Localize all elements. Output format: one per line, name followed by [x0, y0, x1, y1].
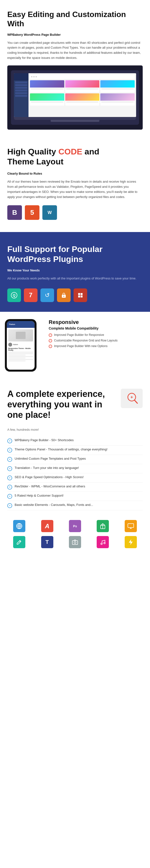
feature-item-7: 5 Rated Help & Customer Support! — [7, 492, 143, 501]
section-complete-text: A complete experience, everything you wa… — [7, 389, 118, 423]
quform-icon: Q — [7, 288, 21, 302]
feature-item-text: Theme Options Panel - Thousands of setti… — [14, 447, 108, 451]
screen-card — [65, 93, 99, 105]
feature-item-icon — [7, 438, 12, 443]
support-body: All our products work perfectly with all… — [7, 276, 143, 281]
responsive-heading: Responsive — [49, 319, 145, 326]
phone-header: Thalun — [7, 321, 35, 328]
font-icon: A — [41, 520, 53, 532]
feature-item-icon — [7, 503, 12, 508]
edit-icon — [13, 536, 25, 548]
responsive-subheading: Complete Mobile Compatibility — [49, 327, 145, 330]
phone-content: Admin Responsive Theme - Mobile Ready — [7, 328, 35, 363]
code-heading-part1: High Quality — [7, 147, 58, 156]
type-icon: T — [41, 536, 53, 548]
grid-icon — [73, 288, 87, 302]
screen-sidebar — [14, 73, 29, 117]
editing-subtitle: WPBakery WordPress Page Builder — [7, 32, 143, 37]
feature-item-text: 5 Rated Help & Customer Support! — [14, 494, 64, 497]
svg-text:W: W — [48, 210, 52, 215]
phone-screen: Thalun Admin Responsive Theme - Mobile R… — [7, 321, 35, 370]
editing-body: You can create unlimited page structures… — [7, 40, 143, 61]
lightning-icon — [125, 536, 137, 548]
editing-heading: Easy Editing and Customization With — [7, 10, 143, 28]
code-body: All of our themes have been reviewed by … — [7, 179, 143, 199]
feature-items-list: WPBakery Page Builder - 50+ Shortcodes T… — [7, 436, 143, 510]
monitor-icon — [125, 520, 137, 532]
phone-post-title: Responsive Theme - Mobile Ready — [8, 347, 33, 351]
svg-rect-20 — [128, 524, 134, 528]
phone-text-line — [8, 361, 26, 362]
music-icon — [97, 536, 109, 548]
feature-3-text: Improved Page Builder With new Options — [54, 344, 108, 348]
phone-outer: Thalun Admin Responsive Theme - Mobile R… — [5, 319, 36, 372]
complete-subtitle: A few, hundreds more! — [7, 428, 143, 431]
feature-item-text: Unlimited Custom Page Templates and Post… — [14, 457, 86, 460]
svg-point-26 — [101, 543, 102, 545]
phone-user: Admin — [8, 343, 33, 347]
feature-item-icon — [7, 494, 12, 499]
phone-mockup: Thalun Admin Responsive Theme - Mobile R… — [5, 319, 44, 372]
screen-card — [30, 80, 64, 92]
phone-hero — [8, 329, 33, 341]
section-complete-inner: A complete experience, everything you wa… — [7, 389, 143, 423]
globe-icon — [13, 520, 25, 532]
feature-item-icon — [7, 466, 12, 471]
feature-check-icon — [49, 339, 52, 342]
bottom-icons-grid: A Ps T — [7, 520, 143, 548]
phone-text-line — [8, 354, 26, 355]
feature-item-8: Basic website Elements - Carousels, Maps… — [7, 501, 143, 510]
responsive-feature-2: Customizable Responsive Grid and Row Lay… — [49, 339, 145, 342]
screen-header — [30, 75, 134, 79]
plugin-icons: Q 7 ↺ — [7, 288, 143, 302]
phone-text-line — [8, 358, 26, 359]
feature-item-icon — [7, 475, 12, 480]
feature-item-2: Theme Options Panel - Thousands of setti… — [7, 445, 143, 455]
section-code: High Quality CODE andTheme Layout Clearl… — [0, 134, 150, 232]
wpml-icon: ↺ — [40, 288, 54, 302]
svg-rect-7 — [81, 293, 83, 295]
phone-text-line — [8, 359, 33, 360]
screen-card — [100, 80, 134, 92]
svg-point-5 — [63, 296, 64, 297]
seven-icon: 7 — [24, 288, 37, 302]
package-icon — [97, 520, 109, 532]
feature-1-text: Improved Page Builder for Responsive — [54, 333, 104, 337]
feature-2-text: Customizable Responsive Grid and Row Lay… — [54, 339, 118, 342]
feature-item-text: Basic website Elements - Carousels, Maps… — [14, 503, 93, 506]
photoshop-icon: Ps — [69, 520, 81, 532]
camera-icon — [69, 536, 81, 548]
svg-point-25 — [74, 541, 76, 544]
laptop-mockup — [11, 70, 139, 125]
section-responsive: Thalun Admin Responsive Theme - Mobile R… — [0, 312, 150, 379]
feature-item-6: RevSlider - WPML - WooCommerce and all o… — [7, 483, 143, 492]
responsive-feature-3: Improved Page Builder With new Options — [49, 344, 145, 348]
responsive-feature-list: Improved Page Builder for Responsive Cus… — [49, 333, 145, 348]
section-bottom-icons: A Ps T — [0, 515, 150, 558]
svg-rect-8 — [78, 296, 80, 298]
responsive-info: Responsive Complete Mobile Compatibility… — [49, 319, 145, 350]
svg-point-27 — [104, 542, 105, 544]
phone-text-line — [8, 353, 33, 354]
section-complete: A complete experience, everything you wa… — [0, 379, 150, 515]
feature-item-text: WPBakery Page Builder - 50+ Shortcodes — [14, 438, 73, 442]
feature-check-icon — [49, 334, 52, 337]
feature-item-text: RevSlider - WPML - WooCommerce and all o… — [14, 485, 85, 488]
code-heading-highlight: CODE — [58, 147, 82, 156]
wordpress-icon: W — [42, 205, 57, 220]
phone-avatar — [8, 343, 12, 347]
screen-card — [30, 93, 64, 105]
svg-rect-6 — [78, 293, 80, 295]
laptop-screen — [14, 73, 136, 117]
screen-grid — [30, 80, 134, 105]
code-subtitle: Clearly Bound to Rules — [7, 171, 143, 176]
phone-logo: Thalun — [9, 323, 15, 326]
responsive-feature-1: Improved Page Builder for Responsive — [49, 333, 145, 337]
laptop-container — [7, 65, 143, 130]
svg-rect-24 — [72, 540, 78, 545]
lock-icon — [57, 288, 70, 302]
phone-text-line — [8, 352, 33, 353]
feature-item-5: SEO & Page Speed Optimizations - High Sc… — [7, 473, 143, 483]
tech-icons: B 5 W — [7, 205, 143, 220]
code-heading: High Quality CODE andTheme Layout — [7, 147, 143, 166]
